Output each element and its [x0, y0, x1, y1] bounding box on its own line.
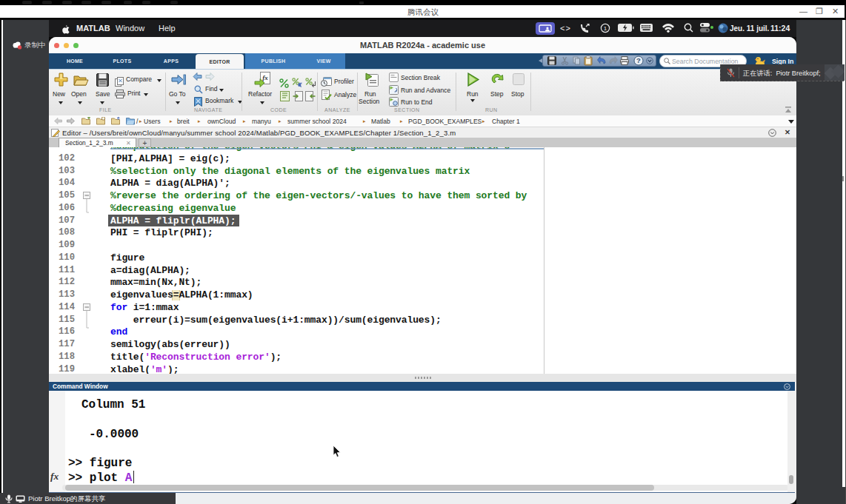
svg-text:?: ? — [636, 56, 641, 64]
svg-text:fx: fx — [262, 74, 268, 81]
svg-text:1: 1 — [604, 25, 607, 32]
